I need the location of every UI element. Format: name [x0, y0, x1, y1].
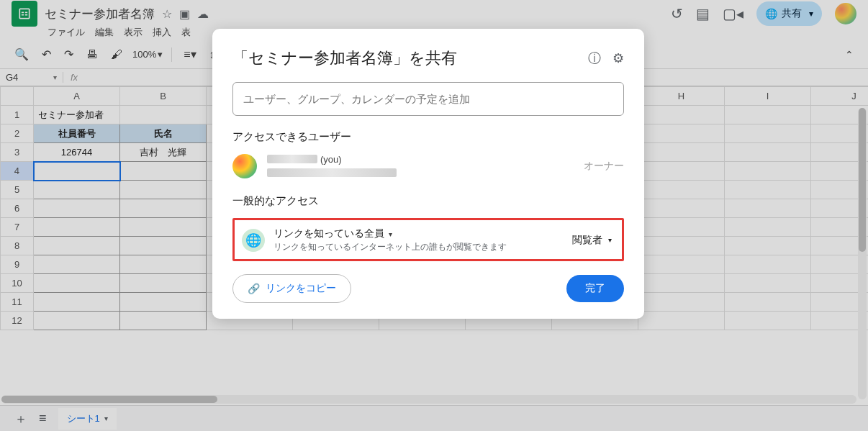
copy-link-button[interactable]: 🔗 リンクをコピー	[232, 274, 351, 303]
you-label: (you)	[320, 154, 342, 165]
redacted-email	[267, 168, 397, 177]
copy-link-label: リンクをコピー	[266, 282, 336, 295]
chevron-down-icon: ▾	[608, 236, 612, 244]
owner-label: オーナー	[584, 160, 624, 173]
chevron-down-icon: ▾	[389, 230, 392, 238]
role-label: 閲覧者	[572, 234, 602, 247]
access-section-label: アクセスできるユーザー	[232, 130, 624, 144]
help-icon[interactable]: ⓘ	[588, 50, 601, 67]
gear-icon[interactable]: ⚙	[612, 50, 624, 66]
globe-icon: 🌐	[242, 229, 265, 252]
general-access-box: 🌐 リンクを知っている全員 ▾ リンクを知っているインターネット上の誰もが閲覧で…	[232, 218, 624, 261]
link-icon: 🔗	[248, 283, 260, 294]
redacted-name	[267, 155, 317, 163]
link-scope-label: リンクを知っている全員	[273, 227, 384, 240]
general-access-label: 一般的なアクセス	[232, 194, 624, 208]
add-people-input[interactable]	[232, 82, 624, 116]
done-button[interactable]: 完了	[566, 275, 624, 302]
dialog-title: 「セミナー参加者名簿」を共有	[232, 47, 577, 69]
link-scope-selector[interactable]: リンクを知っている全員 ▾	[273, 227, 561, 240]
link-scope-description: リンクを知っているインターネット上の誰もが閲覧できます	[273, 242, 561, 253]
role-selector[interactable]: 閲覧者 ▾	[569, 230, 615, 251]
user-avatar-icon	[232, 154, 257, 178]
user-row: (you) オーナー	[232, 154, 624, 178]
share-dialog: 「セミナー参加者名簿」を共有 ⓘ ⚙ アクセスできるユーザー (you) オーナ…	[212, 29, 644, 319]
